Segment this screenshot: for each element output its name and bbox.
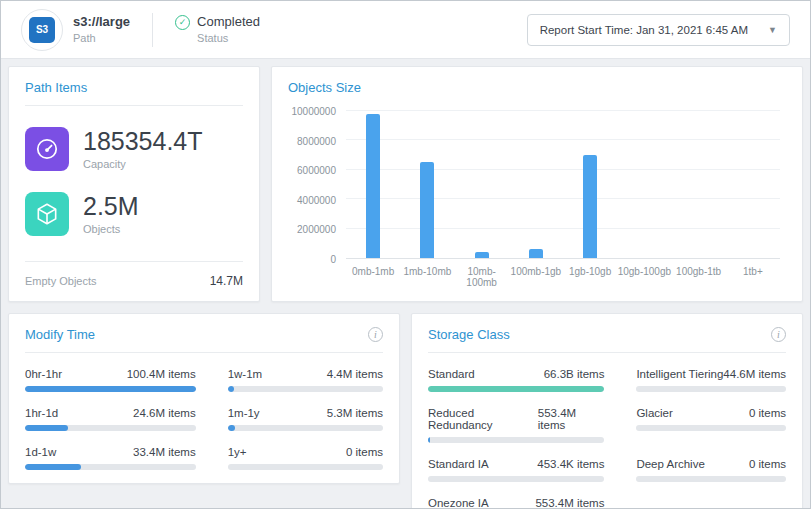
progress-label: 1hr-1d bbox=[25, 407, 58, 419]
x-tick-label: 10gb-100gb bbox=[617, 266, 671, 288]
divider bbox=[25, 352, 383, 353]
x-tick-label: 100mb-1gb bbox=[509, 266, 563, 288]
progress-fill bbox=[228, 386, 234, 392]
bar-slot bbox=[617, 111, 671, 258]
bar-1mb-10mb bbox=[420, 162, 434, 258]
path-items-card: Path Items 185354.4T Capacity bbox=[8, 66, 260, 302]
divider bbox=[428, 352, 786, 353]
progress-track bbox=[228, 386, 383, 392]
capacity-value: 185354.4T bbox=[83, 126, 203, 156]
progress-value: 553.4M items bbox=[538, 407, 605, 431]
report-start-time-dropdown[interactable]: Report Start Time: Jan 31, 2021 6:45 AM … bbox=[527, 14, 790, 46]
progress-label: Onezone IA bbox=[428, 497, 489, 508]
objects-label: Objects bbox=[83, 223, 139, 236]
progress-label: Deep Archive bbox=[636, 458, 704, 470]
y-tick-label: 8000000 bbox=[297, 135, 336, 146]
progress-row: Intelligent Tiering44.6M items bbox=[636, 368, 786, 392]
bar-slot bbox=[509, 111, 563, 258]
progress-fill bbox=[228, 425, 236, 431]
modify-time-title: Modify Time bbox=[25, 327, 95, 342]
modify-time-card: Modify Time i 0hr-1hr100.4M items 1hr-1d… bbox=[8, 313, 400, 484]
progress-label: 1w-1m bbox=[228, 368, 263, 380]
progress-row: Deep Archive0 items bbox=[636, 458, 786, 482]
y-tick-label: 10000000 bbox=[292, 106, 337, 117]
storage-report-window: S3 s3://large Path ✓ Completed Status Re… bbox=[0, 0, 811, 509]
progress-track bbox=[25, 464, 196, 470]
progress-track bbox=[228, 464, 383, 470]
progress-value: 24.6M items bbox=[133, 407, 196, 419]
progress-row: 1m-1y5.3M items bbox=[228, 407, 383, 431]
progress-track bbox=[636, 386, 786, 392]
bar-slot bbox=[726, 111, 780, 258]
progress-row: 1hr-1d24.6M items bbox=[25, 407, 196, 431]
s3-bucket-icon: S3 bbox=[21, 9, 63, 51]
bar-100mb-1gb bbox=[529, 249, 543, 258]
objects-cube-icon bbox=[25, 192, 69, 236]
progress-row: Glacier0 items bbox=[636, 407, 786, 443]
objects-size-title: Objects Size bbox=[288, 80, 786, 95]
storage-class-card: Storage Class i Standard66.3B items Redu… bbox=[411, 313, 803, 508]
progress-label: 1y+ bbox=[228, 446, 247, 458]
storage-class-title: Storage Class bbox=[428, 327, 510, 342]
progress-value: 553.4M items bbox=[535, 497, 604, 508]
y-tick-label: 2000000 bbox=[297, 224, 336, 235]
progress-row: 1d-1w33.4M items bbox=[25, 446, 196, 470]
progress-value: 0 items bbox=[749, 458, 786, 470]
chevron-down-icon: ▼ bbox=[768, 25, 777, 35]
x-tick-label: 1mb-10mb bbox=[400, 266, 454, 288]
progress-row: Reduced Redundancy553.4M items bbox=[428, 407, 604, 443]
x-tick-label: 10mb-100mb bbox=[455, 266, 509, 288]
x-tick-label: 100gb-1tb bbox=[672, 266, 726, 288]
progress-track bbox=[636, 425, 786, 431]
bar-slot bbox=[563, 111, 617, 258]
bar-10mb-100mb bbox=[475, 252, 489, 258]
y-tick-label: 0 bbox=[330, 254, 336, 265]
progress-row: Standard IA453.4K items bbox=[428, 458, 604, 482]
status-block: ✓ Completed Status bbox=[175, 14, 260, 45]
progress-track bbox=[25, 386, 196, 392]
progress-fill bbox=[428, 437, 430, 443]
progress-row: 0hr-1hr100.4M items bbox=[25, 368, 196, 392]
path-value: s3://large bbox=[73, 14, 130, 31]
progress-fill bbox=[25, 386, 196, 392]
x-tick-label: 1tb+ bbox=[726, 266, 780, 288]
progress-fill bbox=[25, 425, 68, 431]
progress-label: Standard IA bbox=[428, 458, 489, 470]
empty-objects-row: Empty Objects 14.7M bbox=[25, 262, 243, 288]
progress-track bbox=[428, 386, 604, 392]
progress-fill bbox=[25, 464, 81, 470]
bar-slot bbox=[346, 111, 400, 258]
objects-value: 2.5M bbox=[83, 191, 139, 221]
divider bbox=[25, 105, 243, 106]
info-icon[interactable]: i bbox=[368, 327, 383, 342]
report-start-time-label: Report Start Time: Jan 31, 2021 6:45 AM bbox=[540, 24, 748, 36]
objects-metric: 2.5M Objects bbox=[25, 191, 243, 236]
progress-value: 5.3M items bbox=[327, 407, 383, 419]
progress-fill bbox=[428, 386, 604, 392]
bar-slot bbox=[455, 111, 509, 258]
objects-size-card: Objects Size 020000004000000600000080000… bbox=[271, 66, 803, 302]
progress-label: Glacier bbox=[636, 407, 672, 419]
chart-plot bbox=[346, 111, 780, 259]
progress-track bbox=[228, 425, 383, 431]
dashboard-body: Path Items 185354.4T Capacity bbox=[1, 59, 810, 508]
progress-track bbox=[636, 476, 786, 482]
capacity-gauge-icon bbox=[25, 127, 69, 171]
status-value: Completed bbox=[197, 14, 260, 31]
bar-slot bbox=[672, 111, 726, 258]
progress-value: 66.3B items bbox=[544, 368, 605, 380]
progress-row: 1y+0 items bbox=[228, 446, 383, 470]
progress-label: 1d-1w bbox=[25, 446, 56, 458]
progress-value: 0 items bbox=[346, 446, 383, 458]
check-circle-icon: ✓ bbox=[175, 15, 190, 30]
capacity-label: Capacity bbox=[83, 158, 203, 171]
info-icon[interactable]: i bbox=[771, 327, 786, 342]
progress-label: Intelligent Tiering bbox=[636, 368, 723, 380]
progress-value: 44.6M items bbox=[723, 368, 786, 380]
chart-y-axis: 0200000040000006000000800000010000000 bbox=[288, 111, 346, 259]
progress-value: 100.4M items bbox=[127, 368, 196, 380]
header: S3 s3://large Path ✓ Completed Status Re… bbox=[1, 1, 810, 59]
s3-badge: S3 bbox=[29, 17, 55, 43]
progress-label: 0hr-1hr bbox=[25, 368, 62, 380]
empty-objects-value: 14.7M bbox=[210, 274, 243, 288]
